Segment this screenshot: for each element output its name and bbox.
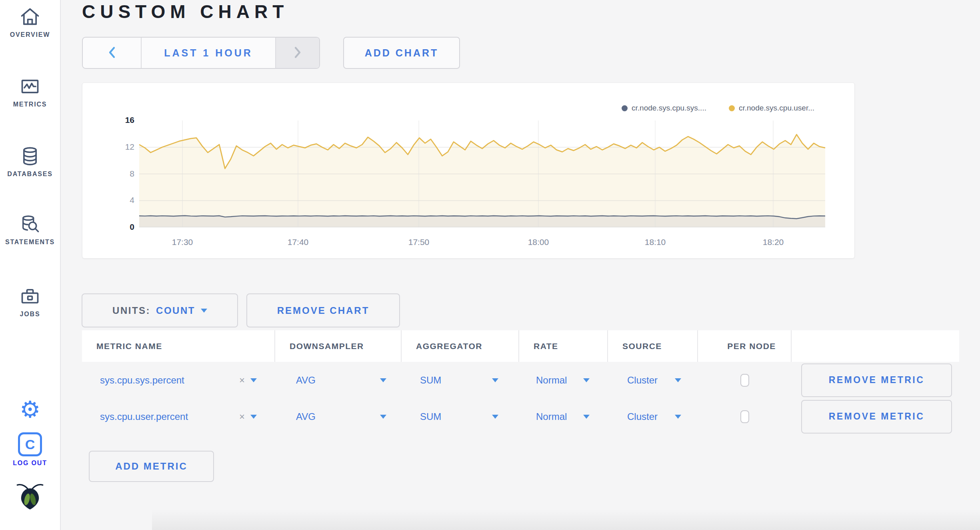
- source-dropdown[interactable]: Cluster: [608, 375, 698, 386]
- chevron-left-icon: [108, 46, 116, 60]
- time-range-label[interactable]: LAST 1 HOUR: [142, 38, 275, 68]
- downsampler-value: AVG: [296, 375, 316, 386]
- sidebar-item-label: STATEMENTS: [0, 239, 60, 246]
- cockroachdb-logo: [0, 480, 60, 512]
- legend-dot-user: [729, 105, 735, 111]
- chevron-down-icon: [201, 309, 207, 313]
- settings-button[interactable]: ⚙: [0, 398, 60, 421]
- x-axis-label: 17:40: [274, 237, 322, 247]
- legend-label: cr.node.sys.cpu.sys....: [632, 104, 706, 112]
- sidebar-item-databases[interactable]: DATABASES: [0, 145, 60, 178]
- legend-item[interactable]: cr.node.sys.cpu.user...: [729, 104, 814, 112]
- chart-card: cr.node.sys.cpu.sys.... cr.node.sys.cpu.…: [82, 82, 855, 259]
- sidebar-item-label: METRICS: [0, 101, 60, 108]
- sidebar-item-overview[interactable]: OVERVIEW: [0, 6, 60, 38]
- source-dropdown[interactable]: Cluster: [608, 411, 698, 422]
- y-axis-label: 12: [106, 142, 134, 152]
- chevron-down-icon[interactable]: [250, 415, 257, 419]
- aggregator-dropdown[interactable]: SUM: [402, 411, 519, 422]
- y-axis-label: 16: [106, 115, 134, 125]
- column-header-rate: RATE: [519, 330, 608, 362]
- table-header-row: METRIC NAME DOWNSAMPLER AGGREGATOR RATE …: [82, 330, 959, 362]
- legend-label: cr.node.sys.cpu.user...: [739, 104, 814, 112]
- briefcase-icon: [0, 285, 60, 307]
- statements-icon: [0, 213, 60, 235]
- downsampler-dropdown[interactable]: AVG: [275, 411, 402, 422]
- units-value: COUNT: [156, 305, 195, 316]
- line-chart: [139, 120, 825, 227]
- column-header-source: SOURCE: [608, 330, 698, 362]
- add-metric-button[interactable]: ADD METRIC: [89, 451, 214, 482]
- bottom-shadow: [152, 509, 980, 530]
- sidebar-item-label: JOBS: [0, 311, 60, 318]
- sidebar-item-label: DATABASES: [0, 171, 60, 178]
- time-prev-button[interactable]: [83, 38, 142, 68]
- chevron-down-icon: [380, 415, 386, 419]
- legend-dot-sys: [622, 105, 628, 111]
- sidebar-item-jobs[interactable]: JOBS: [0, 285, 60, 318]
- per-node-checkbox[interactable]: [740, 374, 749, 387]
- rate-value: Normal: [536, 375, 567, 386]
- aggregator-value: SUM: [420, 375, 441, 386]
- column-header-metric-name: METRIC NAME: [82, 330, 275, 362]
- column-header-aggregator: AGGREGATOR: [402, 330, 519, 362]
- gear-icon: ⚙: [20, 396, 40, 422]
- chevron-down-icon: [492, 415, 498, 419]
- cockroach-bug-icon: [0, 480, 60, 512]
- y-axis-label: 0: [106, 222, 134, 232]
- log-out-label: LOG OUT: [0, 460, 60, 467]
- time-range-selector: LAST 1 HOUR: [82, 37, 320, 69]
- sidebar-item-statements[interactable]: STATEMENTS: [0, 213, 60, 246]
- chevron-down-icon: [583, 378, 590, 382]
- rate-value: Normal: [536, 411, 567, 422]
- database-icon: [0, 145, 60, 167]
- x-axis-label: 17:30: [158, 237, 206, 247]
- downsampler-dropdown[interactable]: AVG: [275, 375, 402, 386]
- remove-metric-button[interactable]: REMOVE METRIC: [801, 363, 952, 397]
- metric-name-value[interactable]: sys.cpu.user.percent: [82, 411, 239, 422]
- y-axis-label: 4: [106, 195, 134, 205]
- sidebar-item-metrics[interactable]: METRICS: [0, 75, 60, 108]
- chevron-down-icon: [380, 378, 386, 382]
- chevron-right-icon: [293, 46, 302, 60]
- clear-metric-icon[interactable]: ×: [239, 411, 245, 422]
- aggregator-value: SUM: [420, 411, 441, 422]
- x-axis-label: 17:50: [395, 237, 443, 247]
- units-label: UNITS:: [112, 305, 150, 316]
- x-axis-label: 18:00: [514, 237, 562, 247]
- x-axis-label: 18:10: [631, 237, 679, 247]
- y-axis-label: 8: [106, 169, 134, 179]
- clear-metric-icon[interactable]: ×: [239, 375, 245, 386]
- table-row: sys.cpu.sys.percent × AVG SUM Normal Clu…: [82, 362, 959, 398]
- chevron-down-icon: [675, 378, 681, 382]
- column-header-downsampler: DOWNSAMPLER: [275, 330, 402, 362]
- units-dropdown[interactable]: UNITS: COUNT: [82, 293, 238, 327]
- downsampler-value: AVG: [296, 411, 316, 422]
- column-header-per-node: PER NODE: [698, 330, 792, 362]
- sidebar-item-label: OVERVIEW: [0, 31, 60, 38]
- log-out-button[interactable]: C LOG OUT: [0, 432, 60, 467]
- source-value: Cluster: [627, 411, 658, 422]
- rate-dropdown[interactable]: Normal: [519, 375, 608, 386]
- metrics-icon: [0, 75, 60, 98]
- remove-metric-button[interactable]: REMOVE METRIC: [801, 400, 952, 434]
- page-title: CUSTOM CHART: [82, 1, 288, 22]
- legend-item[interactable]: cr.node.sys.cpu.sys....: [622, 104, 706, 112]
- add-chart-button[interactable]: ADD CHART: [343, 37, 460, 69]
- sidebar: OVERVIEW METRICS DATABASES: [0, 0, 61, 530]
- chevron-down-icon: [492, 378, 498, 382]
- x-axis-label: 18:20: [749, 237, 797, 247]
- chart-legend: cr.node.sys.cpu.sys.... cr.node.sys.cpu.…: [622, 104, 814, 112]
- cockroach-c-icon: C: [18, 432, 42, 456]
- metric-name-value[interactable]: sys.cpu.sys.percent: [82, 375, 239, 386]
- remove-chart-button[interactable]: REMOVE CHART: [246, 293, 400, 327]
- column-header-actions: [792, 330, 959, 362]
- per-node-checkbox[interactable]: [740, 410, 749, 423]
- rate-dropdown[interactable]: Normal: [519, 411, 608, 422]
- time-next-button[interactable]: [275, 38, 319, 68]
- chart-plot[interactable]: 048121617:3017:4017:5018:0018:1018:20: [139, 120, 825, 227]
- aggregator-dropdown[interactable]: SUM: [402, 375, 519, 386]
- source-value: Cluster: [627, 375, 658, 386]
- chevron-down-icon[interactable]: [250, 378, 257, 382]
- metrics-table: METRIC NAME DOWNSAMPLER AGGREGATOR RATE …: [82, 330, 959, 435]
